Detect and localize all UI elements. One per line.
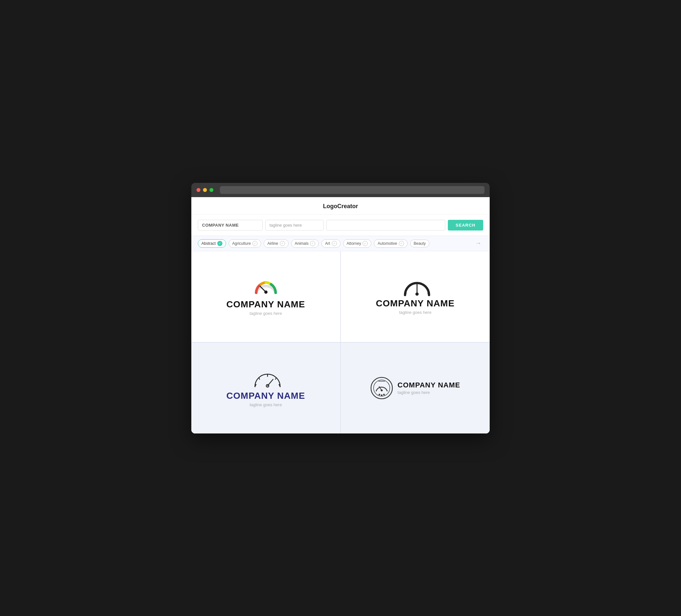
company-name-input[interactable]	[198, 220, 263, 231]
logo4-row: COMPANY NAME tagline goes here	[370, 377, 460, 400]
filter-chip-animals[interactable]: Animals ✓	[291, 239, 319, 248]
filter-chip-attorney[interactable]: Attorney ✓	[343, 239, 372, 248]
check-icon-abstract: ✓	[217, 241, 223, 246]
browser-window: LogoCreator SEARCH Abstract ✓ Agricultur…	[191, 183, 490, 434]
svg-point-20	[383, 393, 385, 395]
filter-label-abstract: Abstract	[201, 241, 216, 246]
filter-chip-agriculture[interactable]: Agriculture ✓	[229, 239, 261, 248]
logo3-tagline: tagline goes here	[250, 402, 282, 407]
logo2-tagline: tagline goes here	[399, 310, 432, 315]
logo4-company-name: COMPANY NAME	[398, 381, 460, 389]
filter-chip-abstract[interactable]: Abstract ✓	[198, 239, 226, 248]
filter-label-agriculture: Agriculture	[232, 241, 251, 246]
filter-label-airline: Airline	[267, 241, 278, 246]
filter-chip-art[interactable]: Art ✓	[321, 239, 340, 248]
svg-point-17	[381, 389, 383, 391]
check-icon-animals: ✓	[310, 241, 315, 246]
minimize-button[interactable]	[203, 188, 207, 192]
filter-label-automotive: Automotive	[377, 241, 397, 246]
browser-titlebar	[191, 183, 490, 197]
filter-label-animals: Animals	[295, 241, 309, 246]
svg-point-6	[415, 292, 419, 296]
svg-point-1	[264, 290, 268, 294]
maximize-button[interactable]	[209, 188, 213, 192]
filter-label-art: Art	[325, 241, 330, 246]
logo1-icon	[253, 277, 279, 296]
search-button[interactable]: SEARCH	[448, 220, 483, 231]
logo4-tagline: tagline goes here	[398, 390, 460, 395]
check-icon-airline: ✓	[280, 241, 285, 246]
logo-card-4[interactable]: COMPANY NAME tagline goes here	[341, 343, 490, 434]
check-icon-automotive: ✓	[399, 241, 404, 246]
svg-point-15	[374, 380, 390, 396]
logo1-tagline: tagline goes here	[250, 311, 282, 316]
svg-line-11	[275, 377, 276, 380]
filter-chip-beauty[interactable]: Beauty	[410, 239, 429, 247]
svg-point-18	[378, 393, 380, 395]
logo4-text-col: COMPANY NAME tagline goes here	[398, 381, 460, 395]
svg-line-10	[259, 377, 260, 380]
address-bar	[220, 186, 484, 194]
logo1-company-name: COMPANY NAME	[226, 299, 305, 310]
search-bar: SEARCH	[191, 215, 490, 236]
filter-chip-automotive[interactable]: Automotive ✓	[374, 239, 407, 248]
filter-label-beauty: Beauty	[414, 241, 426, 246]
filter-label-attorney: Attorney	[347, 241, 361, 246]
tagline-input[interactable]	[265, 220, 324, 231]
logo2-company-name: COMPANY NAME	[376, 298, 455, 309]
logo-card-3[interactable]: COMPANY NAME tagline goes here	[191, 343, 340, 434]
logo3-icon	[253, 369, 279, 387]
logo4-badge-icon	[370, 377, 393, 400]
filter-chip-airline[interactable]: Airline ✓	[263, 239, 288, 248]
filter-bar: Abstract ✓ Agriculture ✓ Airline ✓ Anima…	[191, 236, 490, 251]
logo2-icon	[402, 278, 428, 294]
logo-grid: COMPANY NAME tagline goes here	[191, 251, 490, 434]
app-header: LogoCreator	[191, 197, 490, 215]
check-icon-agriculture: ✓	[252, 241, 257, 246]
filter-next-button[interactable]: →	[474, 239, 483, 247]
app-title: LogoCreator	[323, 203, 358, 209]
close-button[interactable]	[197, 188, 200, 192]
extra-input[interactable]	[326, 220, 445, 231]
check-icon-attorney: ✓	[362, 241, 368, 246]
logo-card-1[interactable]: COMPANY NAME tagline goes here	[191, 251, 340, 342]
browser-content: LogoCreator SEARCH Abstract ✓ Agricultur…	[191, 197, 490, 434]
svg-point-19	[381, 394, 382, 396]
logo3-company-name: COMPANY NAME	[226, 391, 305, 401]
logo-card-2[interactable]: COMPANY NAME tagline goes here	[341, 251, 490, 342]
check-icon-art: ✓	[332, 241, 337, 246]
